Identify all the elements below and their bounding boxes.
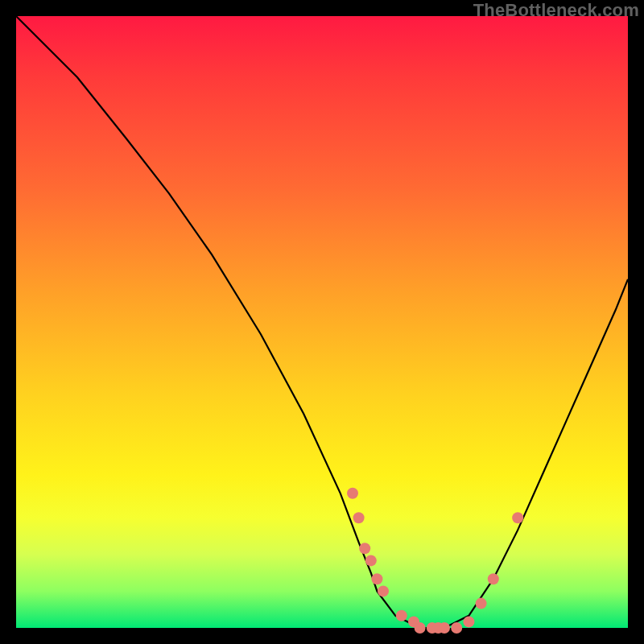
data-point: [451, 622, 462, 634]
data-point: [488, 573, 499, 584]
watermark-text: TheBottleneck.com: [473, 0, 639, 21]
data-point: [463, 616, 474, 627]
data-point: [353, 512, 365, 523]
plot-area: [16, 16, 628, 628]
data-point: [378, 585, 389, 597]
data-point: [371, 573, 382, 584]
data-point: [359, 543, 370, 554]
chart-frame: [14, 14, 630, 630]
curve-svg: [16, 16, 628, 628]
data-point: [439, 622, 450, 634]
data-points-group: [347, 488, 523, 634]
data-point: [347, 488, 358, 499]
data-point: [365, 555, 377, 566]
data-point: [476, 598, 487, 609]
bottleneck-curve: [16, 16, 628, 628]
data-point: [415, 622, 426, 634]
data-point: [396, 610, 407, 621]
data-point: [512, 512, 523, 523]
